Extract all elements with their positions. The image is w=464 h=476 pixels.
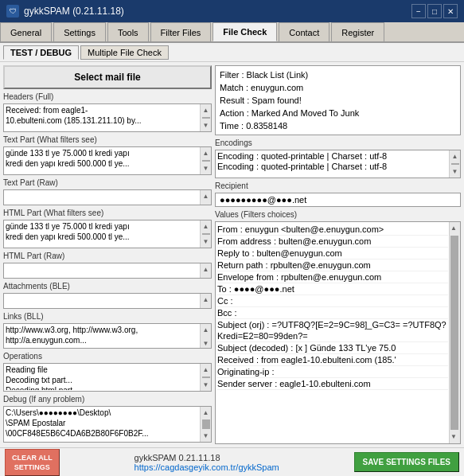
tab-file-check[interactable]: File Check — [213, 22, 277, 41]
encodings-section-label: Encodings — [215, 139, 461, 147]
scrollbar-thumb — [202, 160, 210, 162]
maximize-button[interactable]: □ — [427, 4, 442, 18]
scroll-down-icon[interactable]: ▼ — [450, 431, 460, 443]
scroll-down-icon[interactable]: ▼ — [202, 430, 210, 442]
encodings-scrollbar[interactable]: ▲ ▼ — [449, 150, 460, 178]
headers-full-box[interactable]: Received: from eagle1-10.ebulteni.com (1… — [3, 103, 212, 132]
scroll-up-icon[interactable]: ▲ — [202, 324, 210, 336]
values-section-label: Values (Filters choices) — [215, 210, 461, 219]
text-part-raw-box[interactable]: ▲ ▼ — [3, 189, 212, 205]
match-line: Match : enuygun.com — [220, 81, 456, 94]
scroll-down-icon[interactable]: ▼ — [202, 119, 210, 131]
attachments-box[interactable]: ▲ ▼ — [3, 293, 212, 309]
tab-contact[interactable]: Contact — [279, 22, 329, 41]
links-label: Links (BLL) — [3, 312, 212, 321]
encoding2: Encoding : quoted-printable | Charset : … — [217, 162, 458, 172]
html-filter-scrollbar[interactable]: ▲ ▼ — [200, 220, 211, 248]
tab-register[interactable]: Register — [331, 22, 384, 41]
scroll-up-icon[interactable]: ▲ — [202, 220, 210, 232]
links-scrollbar[interactable]: ▲ ▼ — [200, 324, 211, 348]
scroll-down-icon[interactable]: ▼ — [202, 236, 210, 248]
list-item: From : enuygun <bulten@e.enuygun.com> — [217, 224, 448, 236]
attachments-content — [6, 295, 209, 307]
scrollbar-thumb — [202, 377, 210, 378]
close-button[interactable]: ✕ — [443, 4, 458, 18]
scroll-down-icon[interactable]: ▼ — [202, 162, 210, 174]
list-item: Originating-ip : — [217, 366, 448, 378]
action-line: Action : Marked And Moved To Junk — [220, 107, 456, 119]
debug-box[interactable]: C:\Users\●●●●●●●●\Desktop\\SPAM Epostala… — [3, 406, 212, 443]
html-part-raw-label: HTML Part (Raw) — [3, 252, 212, 260]
attachments-scrollbar[interactable]: ▲ ▼ — [200, 294, 211, 308]
html-raw-scrollbar[interactable]: ▲ ▼ — [200, 263, 211, 278]
values-content: From : enuygun <bulten@e.enuygun.com>Fro… — [217, 224, 448, 390]
bottom-info: gykkSPAM 0.21.11.18 https://cagdasgeyik.… — [135, 453, 279, 472]
time-line: Time : 0.8358148 — [220, 119, 456, 132]
operations-content: Reading fileDecoding txt part...Decoding… — [6, 365, 209, 390]
scroll-up-icon[interactable]: ▲ — [202, 263, 210, 275]
select-mail-button[interactable]: Select mail file — [3, 65, 212, 89]
subtab-bar: TEST / DEBUG Multiple File Check — [0, 43, 464, 62]
scroll-down-icon[interactable]: ▼ — [451, 166, 459, 178]
encodings-box[interactable]: Encoding : quoted-printable | Charset : … — [215, 150, 461, 178]
scroll-up-icon[interactable]: ▲ — [202, 407, 210, 419]
scrollbar-thumb — [450, 236, 458, 430]
headers-full-scrollbar[interactable]: ▲ ▼ — [200, 104, 211, 131]
operations-box[interactable]: Reading fileDecoding txt part...Decoding… — [3, 363, 212, 392]
values-scrollbar[interactable]: ▲ ▼ — [449, 222, 460, 443]
main-content: Select mail file Headers (Full) Received… — [0, 62, 464, 447]
text-part-filter-box[interactable]: günde 133 tl ye 75.000 tl kredi yapıkred… — [3, 146, 212, 175]
tab-tools[interactable]: Tools — [107, 22, 149, 41]
scroll-down-icon[interactable]: ▼ — [202, 379, 210, 391]
scroll-up-icon[interactable]: ▲ — [450, 222, 460, 235]
links-content: http://www.w3.org, http://www.w3.org,htt… — [6, 325, 209, 347]
scroll-down-icon[interactable]: ▼ — [202, 307, 210, 309]
list-item: Reply to : bulten@enuygun.com — [217, 248, 448, 259]
tab-filter-files[interactable]: Filter Files — [150, 22, 212, 41]
encoding1: Encoding : quoted-printable | Charset : … — [217, 151, 458, 162]
text-part-raw-content — [6, 191, 209, 204]
app-icon: 🛡 — [6, 5, 19, 18]
operations-label: Operations — [3, 352, 212, 361]
attachments-label: Attachments (BLE) — [3, 282, 212, 291]
save-settings-button[interactable]: SAVE SETTINGS FILES — [354, 452, 459, 472]
scroll-up-icon[interactable]: ▲ — [202, 190, 210, 202]
scroll-down-icon[interactable]: ▼ — [202, 204, 210, 205]
scroll-down-icon[interactable]: ▼ — [202, 277, 210, 279]
right-panel: Filter : Black List (Link) Match : enuyg… — [215, 65, 461, 444]
headers-full-content: Received: from eagle1-10.ebulteni.com (1… — [6, 105, 209, 131]
scroll-down-icon[interactable]: ▼ — [202, 337, 210, 349]
list-item: To : ●●●●@●●●.net — [217, 283, 448, 295]
app-url-info: https://cagdasgeyik.com.tr/gykkSpam — [135, 462, 279, 472]
values-box[interactable]: From : enuygun <bulten@e.enuygun.com>Fro… — [215, 221, 461, 444]
text-part-filter-label: Text Part (What filters see) — [3, 135, 212, 144]
html-part-raw-box[interactable]: ▲ ▼ — [3, 263, 212, 279]
subtab-multiple-file-check[interactable]: Multiple File Check — [80, 45, 169, 60]
scroll-up-icon[interactable]: ▲ — [202, 294, 210, 306]
titlebar: 🛡 gykkSPAM (0.21.11.18) − □ ✕ — [0, 0, 464, 22]
tab-bar: General Settings Tools Filter Files File… — [0, 22, 464, 43]
list-item: Subject (decoded) : [x ] Günde 133 TL'ye… — [217, 342, 448, 354]
list-item: Return path : rpbulten@e.enuygun.com — [217, 259, 448, 271]
text-filter-scrollbar[interactable]: ▲ ▼ — [200, 147, 211, 174]
scrollbar-thumb — [202, 233, 210, 235]
tab-settings[interactable]: Settings — [53, 22, 106, 41]
text-part-raw-label: Text Part (Raw) — [3, 178, 212, 187]
debug-scrollbar[interactable]: ▲ ▼ — [200, 407, 211, 442]
list-item: Received : from eagle1-10.ebulteni.com (… — [217, 354, 448, 366]
subtab-test-debug[interactable]: TEST / DEBUG — [3, 45, 79, 60]
text-raw-scrollbar[interactable]: ▲ ▼ — [200, 190, 211, 205]
scroll-up-icon[interactable]: ▲ — [202, 364, 210, 376]
links-box[interactable]: http://www.w3.org, http://www.w3.org,htt… — [3, 323, 212, 349]
scroll-up-icon[interactable]: ▲ — [202, 147, 210, 159]
html-part-filter-content: günde 133 tl ye 75.000 tl kredi yapıkred… — [6, 221, 209, 247]
filter-line: Filter : Black List (Link) — [220, 68, 456, 81]
debug-content: C:\Users\●●●●●●●●\Desktop\\SPAM Epostala… — [6, 408, 209, 441]
clear-settings-button[interactable]: CLEAR ALL SETTINGS — [5, 449, 60, 476]
scroll-up-icon[interactable]: ▲ — [451, 150, 459, 162]
scroll-up-icon[interactable]: ▲ — [202, 104, 210, 116]
html-part-filter-box[interactable]: günde 133 tl ye 75.000 tl kredi yapıkred… — [3, 220, 212, 248]
tab-general[interactable]: General — [0, 22, 52, 41]
operations-scrollbar[interactable]: ▲ ▼ — [200, 364, 211, 391]
minimize-button[interactable]: − — [411, 4, 426, 18]
